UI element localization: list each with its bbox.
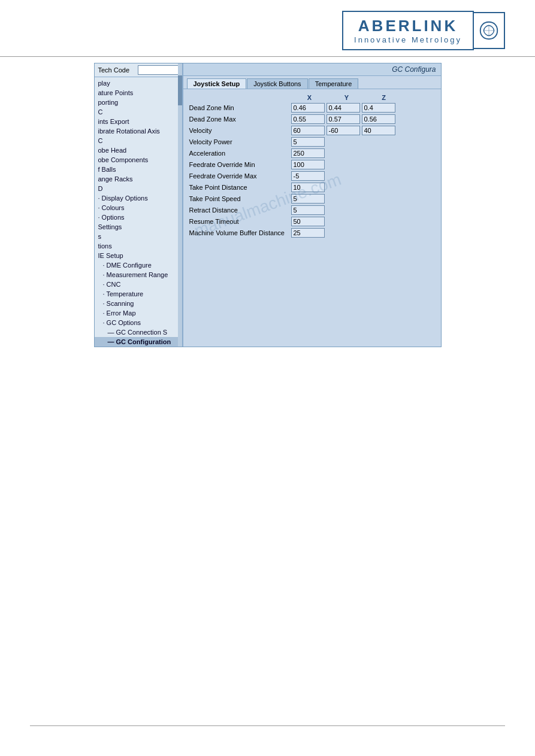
header: ABERLINK Innovative Metrology — [0, 0, 535, 57]
logo: ABERLINK Innovative Metrology — [342, 11, 505, 50]
tab-joystick-buttons[interactable]: Joystick Buttons — [247, 78, 307, 89]
input-take-point-speed[interactable] — [291, 194, 325, 204]
input-velocity-x[interactable] — [291, 126, 325, 135]
sidebar-scrollbar-thumb — [178, 75, 182, 105]
nav-item-settings[interactable]: Settings — [95, 222, 182, 232]
nav-item-gc-connection[interactable]: — GC Connection S — [95, 327, 182, 337]
nav-item-ie-setup[interactable]: IE Setup — [95, 251, 182, 260]
tech-code-header: Tech Code — [95, 63, 182, 77]
config-form: XYZ Dead Zone MinDead Zone MaxVelocityVe… — [183, 89, 441, 347]
input-resume-timeout[interactable] — [291, 217, 325, 226]
form-label: Velocity — [189, 127, 291, 134]
nav-item-c2[interactable]: C — [95, 136, 182, 145]
form-label: Feedrate Override Max — [189, 172, 291, 180]
input-take-point-distance[interactable] — [291, 183, 325, 192]
nav-item-s[interactable]: s — [95, 232, 182, 241]
nav-item-d[interactable]: D — [95, 184, 182, 193]
nav-item-c[interactable]: C — [95, 107, 182, 117]
config-box: manualmachine.com Tech Code playature Po… — [94, 63, 442, 347]
input-velocity-z[interactable] — [362, 126, 395, 135]
content-area: manualmachine.com Tech Code playature Po… — [0, 57, 535, 395]
tab-temperature[interactable]: Temperature — [309, 78, 359, 89]
input-feedrate-override-max[interactable] — [291, 171, 325, 181]
logo-icon — [474, 12, 505, 49]
input-retract-distance[interactable] — [291, 205, 325, 215]
input-dead-zone-max-y[interactable] — [327, 114, 360, 124]
logo-name: ABERLINK — [358, 17, 458, 35]
nav-item-f-balls[interactable]: f Balls — [95, 165, 182, 174]
axis-header-x: X — [291, 94, 328, 101]
tech-code-input[interactable] — [138, 65, 180, 75]
form-row-dead-zone-max: Dead Zone Max — [189, 114, 435, 124]
config-outer: manualmachine.com Tech Code playature Po… — [30, 63, 505, 347]
sidebar-scrollbar[interactable] — [178, 63, 182, 347]
form-row-velocity-power: Velocity Power — [189, 137, 435, 147]
tech-code-label: Tech Code — [98, 66, 130, 74]
form-label: Velocity Power — [189, 138, 291, 145]
form-label: Feedrate Override Min — [189, 161, 291, 168]
form-row-velocity: Velocity — [189, 126, 435, 135]
form-row-resume-timeout: Resume Timeout — [189, 217, 435, 226]
nav-item-points-export[interactable]: ints Export — [95, 117, 182, 126]
config-title: GC Configura — [183, 63, 441, 76]
nav-item-options[interactable]: · Options — [95, 212, 182, 222]
input-dead-zone-max-x[interactable] — [291, 114, 325, 124]
left-panel: Tech Code playature PointsportingCints E… — [95, 63, 183, 347]
nav-item-probe-components[interactable]: obe Components — [95, 155, 182, 165]
form-row-machine-volume-buffer-distance: Machine Volume Buffer Distance — [189, 228, 435, 238]
input-velocity-y[interactable] — [327, 126, 360, 135]
nav-item-calibrate-rotational[interactable]: ibrate Rotational Axis — [95, 126, 182, 136]
form-fields: Dead Zone MinDead Zone MaxVelocityVeloci… — [189, 103, 435, 238]
form-row-dead-zone-min: Dead Zone Min — [189, 103, 435, 113]
axis-header-z: Z — [365, 94, 403, 101]
nav-items: playature PointsportingCints Exportibrat… — [95, 77, 182, 347]
form-label: Machine Volume Buffer Distance — [189, 229, 291, 236]
form-row-acceleration: Acceleration — [189, 148, 435, 158]
input-dead-zone-min-x[interactable] — [291, 103, 325, 113]
form-row-feedrate-override-min: Feedrate Override Min — [189, 160, 435, 169]
nav-item-gc-configuration[interactable]: — GC Configuration — [95, 337, 182, 347]
right-content: GC Configura Joystick SetupJoystick Butt… — [183, 63, 441, 347]
form-label: Retract Distance — [189, 207, 291, 214]
nav-item-display[interactable]: play — [95, 78, 182, 88]
input-dead-zone-min-z[interactable] — [362, 103, 395, 113]
nav-item-dme-configure[interactable]: · DME Configure — [95, 260, 182, 270]
axis-header-row: XYZ — [291, 94, 435, 101]
input-dead-zone-max-z[interactable] — [362, 114, 395, 124]
input-feedrate-override-min[interactable] — [291, 160, 325, 169]
nav-item-probe-head[interactable]: obe Head — [95, 145, 182, 155]
nav-item-ange-racks[interactable]: ange Racks — [95, 174, 182, 184]
form-row-take-point-speed: Take Point Speed — [189, 194, 435, 204]
nav-item-feature-points[interactable]: ature Points — [95, 88, 182, 98]
form-label: Acceleration — [189, 150, 291, 157]
nav-item-cnc[interactable]: · CNC — [95, 280, 182, 289]
nav-item-scanning[interactable]: · Scanning — [95, 299, 182, 308]
tabs-row: Joystick SetupJoystick ButtonsTemperatur… — [183, 76, 441, 89]
form-row-feedrate-override-max: Feedrate Override Max — [189, 171, 435, 181]
nav-item-gc-options[interactable]: · GC Options — [95, 318, 182, 327]
form-row-retract-distance: Retract Distance — [189, 205, 435, 215]
form-row-take-point-distance: Take Point Distance — [189, 183, 435, 192]
axis-header-y: Y — [328, 94, 365, 101]
logo-subtitle: Innovative Metrology — [354, 35, 462, 44]
tab-joystick-setup[interactable]: Joystick Setup — [187, 78, 247, 89]
nav-item-error-map[interactable]: · Error Map — [95, 308, 182, 318]
form-label: Dead Zone Min — [189, 104, 291, 111]
form-label: Resume Timeout — [189, 218, 291, 225]
nav-item-temperature[interactable]: · Temperature — [95, 289, 182, 299]
nav-item-display-options[interactable]: · Display Options — [95, 193, 182, 203]
form-label: Take Point Distance — [189, 184, 291, 191]
input-dead-zone-min-y[interactable] — [327, 103, 360, 113]
footer-divider — [30, 725, 505, 726]
nav-item-tions[interactable]: tions — [95, 241, 182, 251]
form-label: Take Point Speed — [189, 195, 291, 202]
nav-item-porting[interactable]: porting — [95, 98, 182, 107]
form-label: Dead Zone Max — [189, 116, 291, 123]
nav-item-colours[interactable]: · Colours — [95, 203, 182, 212]
input-velocity-power[interactable] — [291, 137, 325, 147]
input-acceleration[interactable] — [291, 148, 325, 158]
logo-text: ABERLINK Innovative Metrology — [342, 11, 474, 50]
nav-item-measurement-range[interactable]: · Measurement Range — [95, 270, 182, 280]
input-machine-volume-buffer-distance[interactable] — [291, 228, 325, 238]
